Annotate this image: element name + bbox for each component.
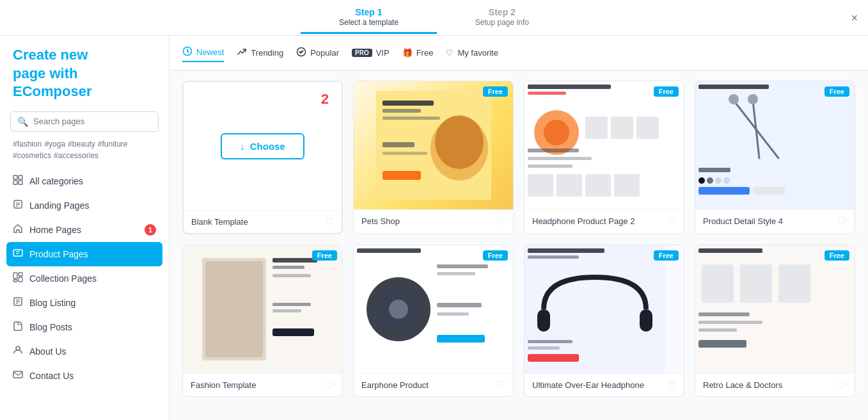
- sidebar-item-all-categories[interactable]: All categories: [0, 169, 169, 193]
- step-1[interactable]: Step 1 Select a template: [301, 2, 437, 34]
- filter-bar: Newest Trending Popular PRO VIP 🎁 Fre: [170, 36, 868, 70]
- pets-shop-free-badge: Free: [483, 86, 508, 97]
- choose-label: Choose: [250, 141, 285, 152]
- svg-rect-63: [272, 258, 317, 262]
- fashion-name: Fashion Template: [191, 380, 256, 390]
- earphone-favorite[interactable]: ♡: [496, 379, 505, 391]
- medical-favorite[interactable]: ♡: [838, 215, 847, 227]
- svg-rect-89: [702, 264, 734, 303]
- sidebar-item-label: About Us: [29, 346, 67, 357]
- template-card-medical[interactable]: Free: [695, 81, 855, 234]
- sidebar-item-collection-pages[interactable]: Collection Pages: [0, 266, 169, 291]
- sidebar-item-label: Product Pages: [29, 249, 88, 259]
- svg-rect-40: [528, 149, 579, 152]
- svg-rect-28: [383, 117, 440, 120]
- pets-shop-preview: [354, 81, 513, 209]
- svg-rect-82: [537, 309, 550, 332]
- pets-shop-favorite[interactable]: ♡: [496, 215, 505, 227]
- template-card-fashion[interactable]: Free: [182, 245, 343, 397]
- choose-button[interactable]: ↓ Choose: [221, 133, 304, 159]
- sidebar-item-label: Landing Pages: [29, 200, 89, 211]
- sidebar-item-product-pages[interactable]: Product Pages: [6, 242, 162, 266]
- step-2[interactable]: Step 2 Setup page info: [437, 2, 567, 34]
- tags-container: #fashion #yoga #beauty #funiture #cosmet…: [0, 140, 169, 169]
- sidebar-item-label: All categories: [29, 176, 83, 186]
- search-input[interactable]: [33, 117, 152, 126]
- svg-rect-62: [205, 261, 263, 357]
- svg-rect-27: [383, 109, 421, 113]
- template-card-blank[interactable]: 2 ↓ Choose Blank Template ♡: [182, 81, 343, 234]
- title-brand: EComposer: [13, 83, 91, 99]
- svg-rect-43: [528, 174, 553, 197]
- medical-preview: [695, 81, 855, 209]
- blank-favorite-button[interactable]: ♡: [325, 216, 334, 228]
- sidebar-item-landing-pages[interactable]: Landing Pages: [0, 193, 169, 218]
- retro-favorite[interactable]: ♡: [838, 379, 847, 391]
- svg-rect-48: [698, 85, 769, 89]
- home-pages-icon: [13, 223, 23, 236]
- collection-pages-icon: [13, 272, 23, 285]
- close-button[interactable]: ×: [851, 11, 858, 24]
- svg-rect-58: [698, 187, 750, 195]
- title-line1: Create newpage with: [13, 47, 88, 81]
- svg-rect-67: [272, 309, 301, 312]
- template-card-retro[interactable]: Free: [695, 245, 855, 397]
- svg-rect-41: [528, 157, 592, 160]
- sidebar-title: Create newpage with EComposer: [0, 46, 169, 111]
- svg-rect-3: [19, 181, 22, 184]
- sidebar-item-blog-posts[interactable]: Blog Posts: [0, 315, 169, 339]
- svg-rect-8: [13, 250, 22, 256]
- svg-rect-94: [698, 328, 737, 332]
- tag-funiture[interactable]: #funiture: [98, 140, 128, 149]
- filter-popular[interactable]: Popular: [296, 44, 339, 61]
- filter-newest[interactable]: Newest: [182, 44, 224, 62]
- earphone-name: Earphone Product: [361, 380, 429, 390]
- filter-trending[interactable]: Trending: [237, 44, 283, 61]
- svg-point-19: [16, 346, 20, 350]
- svg-point-57: [723, 177, 730, 184]
- svg-rect-53: [698, 168, 730, 172]
- svg-rect-1: [19, 175, 22, 179]
- headphone-favorite[interactable]: ♡: [667, 215, 676, 227]
- search-box[interactable]: 🔍: [10, 111, 159, 132]
- pets-shop-footer: Pets Shop ♡: [354, 209, 513, 232]
- tag-accessories[interactable]: #accessories: [54, 151, 99, 160]
- product-pages-icon: [13, 248, 23, 261]
- fashion-preview: [183, 245, 342, 373]
- headphone-footer: Headphone Product Page 2 ♡: [525, 209, 684, 232]
- step2-number: Step 2: [489, 7, 516, 17]
- template-card-pets-shop[interactable]: Free: [353, 81, 514, 234]
- template-card-ultimate[interactable]: Free: [524, 245, 684, 397]
- svg-rect-38: [611, 117, 633, 139]
- tag-fashion[interactable]: #fashion: [13, 140, 42, 149]
- svg-rect-31: [383, 171, 421, 180]
- svg-rect-76: [437, 303, 482, 307]
- favorite-icon: ♡: [446, 48, 454, 58]
- filter-favorite-label: My favorite: [457, 48, 498, 58]
- sidebar-item-contact-us[interactable]: Contact Us: [0, 364, 169, 388]
- sidebar-item-label: Contact Us: [29, 371, 74, 381]
- sidebar-item-label: Blog Listing: [29, 298, 75, 308]
- svg-rect-13: [19, 277, 22, 282]
- filter-free[interactable]: 🎁 Free: [402, 45, 434, 60]
- template-card-headphone[interactable]: Free: [524, 81, 684, 234]
- pro-badge: PRO: [352, 49, 372, 57]
- all-categories-icon: [13, 175, 23, 188]
- template-card-earphone[interactable]: Free: [353, 245, 514, 397]
- svg-rect-92: [698, 312, 750, 316]
- svg-rect-78: [437, 335, 485, 343]
- svg-rect-42: [528, 165, 572, 168]
- tag-beauty[interactable]: #beauty: [68, 140, 95, 149]
- tag-cosmetics[interactable]: #cosmetics: [13, 151, 51, 160]
- filter-favorite[interactable]: ♡ My favorite: [446, 45, 498, 60]
- svg-rect-83: [640, 309, 652, 332]
- sidebar-item-blog-listing[interactable]: Blog Listing: [0, 291, 169, 315]
- sidebar-item-about-us[interactable]: About Us: [0, 339, 169, 364]
- fashion-favorite[interactable]: ♡: [326, 379, 335, 391]
- ultimate-name: Ultimate Over-Ear Headphone: [532, 380, 644, 390]
- tag-yoga[interactable]: #yoga: [44, 140, 65, 149]
- ultimate-favorite[interactable]: ♡: [667, 379, 676, 391]
- sidebar-item-home-pages[interactable]: Home Pages 1: [0, 218, 169, 242]
- filter-vip[interactable]: PRO VIP: [352, 45, 390, 60]
- medical-footer: Product Detail Style 4 ♡: [695, 209, 855, 232]
